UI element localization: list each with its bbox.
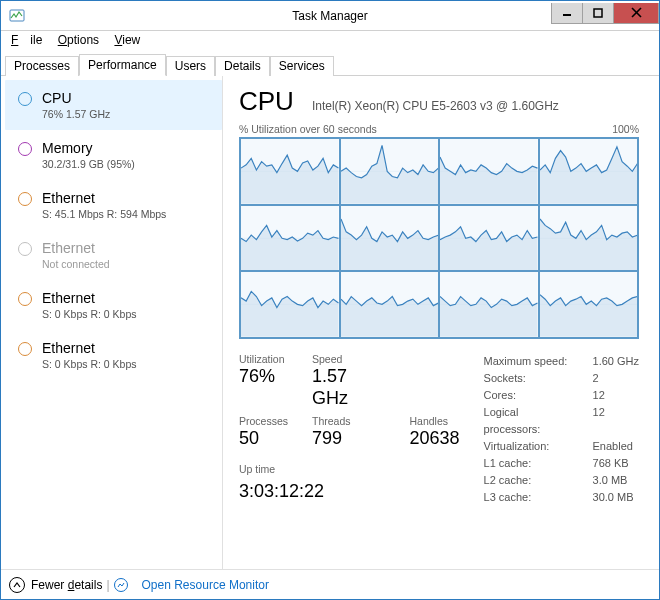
tab-services[interactable]: Services xyxy=(270,56,334,76)
maxspeed-value: 1.60 GHz xyxy=(593,353,639,370)
cpu-stats: Utilization76% Speed1.57 GHz Processes50… xyxy=(239,353,639,506)
sidebar-item-ethernet-3[interactable]: Ethernet Not connected xyxy=(5,230,222,280)
cpu-core-chart-2[interactable] xyxy=(439,138,539,205)
tab-performance[interactable]: Performance xyxy=(79,54,166,76)
cpu-core-chart-10[interactable] xyxy=(439,271,539,338)
sidebar-item-label: Ethernet xyxy=(42,339,137,357)
cpu-core-chart-4[interactable] xyxy=(240,205,340,272)
processes-value: 50 xyxy=(239,427,288,449)
l3-label: L3 cache: xyxy=(484,489,577,506)
speed-value: 1.57 GHz xyxy=(312,365,385,409)
sidebar-item-label: CPU xyxy=(42,89,110,107)
sidebar-item-ethernet-4[interactable]: Ethernet S: 0 Kbps R: 0 Kbps xyxy=(5,280,222,330)
sidebar-item-subtext: S: 45.1 Mbps R: 594 Mbps xyxy=(42,207,166,221)
l1-label: L1 cache: xyxy=(484,455,577,472)
task-manager-window: Task Manager File Options View Processes… xyxy=(0,0,660,600)
maxspeed-label: Maximum speed: xyxy=(484,353,577,370)
tab-details[interactable]: Details xyxy=(215,56,270,76)
handles-label: Handles xyxy=(410,415,460,427)
cores-value: 12 xyxy=(593,387,639,404)
status-ring-icon xyxy=(18,192,32,206)
body: CPU 76% 1.57 GHz Memory 30.2/31.9 GB (95… xyxy=(1,76,659,569)
status-ring-icon xyxy=(18,92,32,106)
sidebar-item-subtext: S: 0 Kbps R: 0 Kbps xyxy=(42,357,137,371)
chart-caption-left: % Utilization over 60 seconds xyxy=(239,123,377,135)
status-ring-icon xyxy=(18,342,32,356)
sidebar-item-ethernet-2[interactable]: Ethernet S: 45.1 Mbps R: 594 Mbps xyxy=(5,180,222,230)
cpu-core-chart-3[interactable] xyxy=(539,138,639,205)
resource-monitor-icon xyxy=(114,578,128,592)
sockets-value: 2 xyxy=(593,370,639,387)
footer: Fewer details | Open Resource Monitor xyxy=(1,569,659,599)
cpu-panel: CPU Intel(R) Xeon(R) CPU E5-2603 v3 @ 1.… xyxy=(223,76,659,569)
minimize-button[interactable] xyxy=(551,3,583,24)
menubar: File Options View xyxy=(1,31,659,51)
sidebar: CPU 76% 1.57 GHz Memory 30.2/31.9 GB (95… xyxy=(1,76,223,569)
sidebar-item-label: Ethernet xyxy=(42,289,137,307)
menu-options[interactable]: Options xyxy=(58,33,99,47)
sidebar-item-memory-1[interactable]: Memory 30.2/31.9 GB (95%) xyxy=(5,130,222,180)
chevron-up-icon[interactable] xyxy=(9,577,25,593)
util-label: Utilization xyxy=(239,353,288,365)
cpu-model: Intel(R) Xeon(R) CPU E5-2603 v3 @ 1.60GH… xyxy=(312,99,559,113)
cpu-core-chart-5[interactable] xyxy=(340,205,440,272)
uptime-value: 3:03:12:22 xyxy=(239,481,460,506)
status-ring-icon xyxy=(18,142,32,156)
threads-label: Threads xyxy=(312,415,385,427)
threads-value: 799 xyxy=(312,427,385,449)
tab-bar: Processes Performance Users Details Serv… xyxy=(1,51,659,76)
sidebar-item-ethernet-5[interactable]: Ethernet S: 0 Kbps R: 0 Kbps xyxy=(5,330,222,380)
sidebar-item-cpu-0[interactable]: CPU 76% 1.57 GHz xyxy=(5,80,222,130)
sidebar-item-subtext: 30.2/31.9 GB (95%) xyxy=(42,157,135,171)
titlebar[interactable]: Task Manager xyxy=(1,1,659,31)
cpu-core-chart-9[interactable] xyxy=(340,271,440,338)
cpu-heading: CPU xyxy=(239,86,294,117)
cpu-chart-grid[interactable] xyxy=(239,137,639,339)
sidebar-item-label: Memory xyxy=(42,139,135,157)
sidebar-item-label: Ethernet xyxy=(42,189,166,207)
window-controls xyxy=(552,3,659,25)
sidebar-item-subtext: 76% 1.57 GHz xyxy=(42,107,110,121)
cpu-core-chart-8[interactable] xyxy=(240,271,340,338)
app-icon xyxy=(9,8,25,24)
processes-label: Processes xyxy=(239,415,288,427)
speed-label: Speed xyxy=(312,353,385,365)
cpu-core-chart-6[interactable] xyxy=(439,205,539,272)
l1-value: 768 KB xyxy=(593,455,639,472)
cpu-core-chart-11[interactable] xyxy=(539,271,639,338)
util-value: 76% xyxy=(239,365,288,387)
l2-value: 3.0 MB xyxy=(593,472,639,489)
maximize-button[interactable] xyxy=(582,3,614,24)
tab-processes[interactable]: Processes xyxy=(5,56,79,76)
close-button[interactable] xyxy=(613,3,659,24)
tab-users[interactable]: Users xyxy=(166,56,215,76)
logical-value: 12 xyxy=(593,404,639,438)
status-ring-icon xyxy=(18,242,32,256)
l3-value: 30.0 MB xyxy=(593,489,639,506)
open-resource-monitor-link[interactable]: Open Resource Monitor xyxy=(142,578,269,592)
uptime-label: Up time xyxy=(239,463,460,479)
sidebar-item-subtext: Not connected xyxy=(42,257,110,271)
cpu-core-chart-0[interactable] xyxy=(240,138,340,205)
svg-rect-2 xyxy=(594,9,602,17)
sockets-label: Sockets: xyxy=(484,370,577,387)
cpu-core-chart-1[interactable] xyxy=(340,138,440,205)
fewer-details-button[interactable]: Fewer details xyxy=(31,578,102,592)
l2-label: L2 cache: xyxy=(484,472,577,489)
cores-label: Cores: xyxy=(484,387,577,404)
sidebar-item-subtext: S: 0 Kbps R: 0 Kbps xyxy=(42,307,137,321)
status-ring-icon xyxy=(18,292,32,306)
virt-value: Enabled xyxy=(593,438,639,455)
cpu-core-chart-7[interactable] xyxy=(539,205,639,272)
logical-label: Logical processors: xyxy=(484,404,577,438)
virt-label: Virtualization: xyxy=(484,438,577,455)
sidebar-item-label: Ethernet xyxy=(42,239,110,257)
menu-file[interactable]: File xyxy=(11,33,42,47)
chart-caption-right: 100% xyxy=(612,123,639,135)
menu-view[interactable]: View xyxy=(114,33,140,47)
handles-value: 20638 xyxy=(410,427,460,449)
